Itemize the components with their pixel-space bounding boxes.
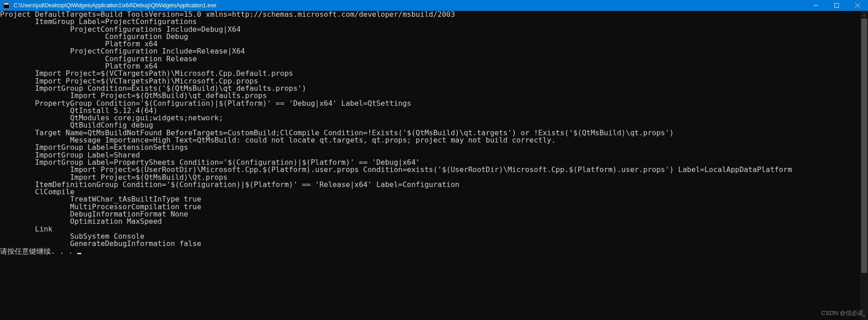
text-cursor [77,253,81,254]
console-prompt: 请按任意键继续. . . [0,248,860,255]
maximize-button[interactable] [826,0,847,11]
minimize-button[interactable] [805,0,826,11]
titlebar[interactable]: C:\Users\jxd\Desktop\QtWidgetsApplicatio… [0,0,868,11]
client-area: Project DefaultTargets=Build ToolsVersio… [0,11,868,320]
app-icon [2,1,11,10]
scrollbar-up-arrow[interactable]: ▲ [860,11,868,19]
close-button[interactable] [847,0,868,11]
window-title: C:\Users\jxd\Desktop\QtWidgetsApplicatio… [14,2,216,9]
scrollbar-thumb[interactable] [861,19,867,273]
console-line: GenerateDebugInformation false [0,240,860,247]
console-line: Optimization MaxSpeed [0,218,860,225]
scrollbar-down-arrow[interactable]: ▼ [860,312,868,320]
console-line: ItemDefinitionGroup Condition='$(Configu… [0,181,860,188]
svg-rect-3 [835,4,839,8]
svg-rect-1 [4,3,9,5]
console-output[interactable]: Project DefaultTargets=Build ToolsVersio… [0,11,860,320]
vertical-scrollbar[interactable]: ▲ ▼ [860,11,868,320]
console-window: C:\Users\jxd\Desktop\QtWidgetsApplicatio… [0,0,868,320]
